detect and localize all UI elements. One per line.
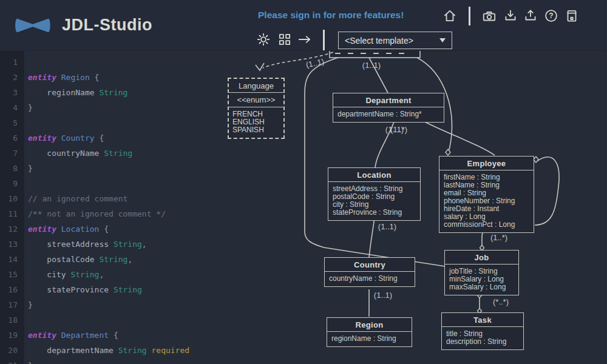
entity-department: DepartmentdepartmentName : String*: [333, 93, 444, 123]
template-select-value: <Select template>: [345, 36, 439, 46]
code-text: }: [28, 361, 33, 364]
cardinality-label: (1..1): [374, 291, 392, 300]
arrow-right-icon[interactable]: [297, 32, 313, 47]
clipboard-icon[interactable]: [564, 8, 580, 24]
editor-line[interactable]: 5: [0, 115, 226, 130]
editor-line[interactable]: 2entity Region {: [0, 70, 226, 85]
code-text: departmentName String required: [28, 346, 189, 355]
home-icon[interactable]: [442, 8, 458, 24]
entity-fields: firstName : StringlastName : Stringemail…: [439, 170, 534, 232]
code-text: }: [28, 103, 33, 112]
diamond-icon: [446, 149, 450, 155]
entity-title: Country: [325, 258, 415, 272]
line-number: 4: [0, 103, 24, 112]
enum-value: SPANISH: [232, 126, 280, 134]
line-number: 16: [0, 285, 24, 294]
line-number: 14: [0, 255, 24, 264]
editor-line[interactable]: 7 countryName String: [0, 146, 226, 161]
editor-line[interactable]: 6entity Country {: [0, 130, 226, 146]
line-number: 3: [0, 88, 24, 97]
line-number: 12: [0, 224, 24, 234]
grid-icon[interactable]: [277, 32, 293, 47]
enum-stereotype: <<enum>>: [229, 93, 283, 107]
dropdown-arrow-icon: [439, 38, 446, 42]
code-text: entity Location {: [28, 224, 109, 234]
editor-line[interactable]: 1: [0, 55, 226, 70]
entity-fields: streetAddress : StringpostalCode : Strin…: [328, 182, 420, 220]
code-text: }: [28, 164, 33, 173]
code-text: /** not an ignored comment */: [28, 209, 166, 218]
entity-employee: EmployeefirstName : StringlastName : Str…: [439, 156, 534, 233]
edge-department-employee: [425, 122, 495, 155]
camera-icon[interactable]: [481, 8, 497, 24]
cardinality-label: (1..1): [378, 222, 396, 231]
editor-line[interactable]: 20 departmentName String required: [0, 343, 226, 358]
editor-line[interactable]: 12entity Location {: [0, 221, 226, 237]
jdl-studio-logo[interactable]: [12, 13, 53, 38]
entity-title: Job: [445, 251, 518, 265]
svg-text:?: ?: [549, 12, 553, 20]
code-text: regionName String: [28, 88, 127, 97]
line-number: 21: [0, 361, 24, 364]
line-number: 7: [0, 149, 24, 158]
line-number: 11: [0, 209, 24, 218]
line-number: 9: [0, 179, 24, 188]
editor-line[interactable]: 17}: [0, 297, 226, 312]
code-text: countryName String: [28, 149, 132, 158]
editor-line[interactable]: 11/** not an ignored comment */: [0, 206, 226, 221]
cardinality-label: (1..*): [490, 233, 507, 242]
entity-title: Employee: [439, 157, 534, 170]
help-icon[interactable]: ?: [543, 8, 559, 24]
code-text: entity Department {: [28, 331, 118, 340]
entity-title: Location: [328, 168, 420, 182]
line-number: 8: [0, 164, 24, 173]
line-number: 19: [0, 331, 24, 340]
diamond-icon: [534, 157, 538, 163]
editor-line[interactable]: 9: [0, 176, 226, 191]
entity-language-enum: Language <<enum>> FRENCH ENGLISH SPANISH: [228, 78, 285, 139]
editor-line[interactable]: 21}: [0, 358, 226, 364]
entity-fields: jobTitle : StringminSalary : LongmaxSala…: [445, 265, 518, 295]
edge-employee-self: [535, 157, 559, 225]
line-number: 13: [0, 240, 24, 249]
edge-location-country: [369, 218, 375, 257]
entity-title: Task: [442, 313, 523, 327]
editor-line[interactable]: 4}: [0, 100, 226, 115]
editor-line[interactable]: 3 regionName String: [0, 85, 226, 100]
entity-fields: departmentName : String*: [333, 107, 444, 122]
line-number: 17: [0, 300, 24, 309]
cardinality-label: (1..1): [362, 61, 381, 70]
line-number: 20: [0, 346, 24, 355]
signin-link[interactable]: Please sign in for more features!: [258, 10, 404, 21]
editor-line[interactable]: 14 postalCode String,: [0, 252, 226, 267]
header-separator: [469, 7, 470, 25]
app-header: JDL-Studio Please sign in for more featu…: [0, 0, 607, 51]
toolbar-separator: [323, 30, 325, 50]
entity-country: CountrycountryName : String: [324, 257, 415, 287]
editor-line[interactable]: 8}: [0, 161, 226, 176]
entity-job: JobjobTitle : StringminSalary : LongmaxS…: [444, 250, 519, 295]
entity-title: Region: [327, 318, 412, 332]
cardinality-label: (*..*): [493, 297, 509, 306]
code-text: postalCode String,: [28, 255, 132, 264]
download-icon[interactable]: [503, 8, 518, 24]
editor-line[interactable]: 15 city String,: [0, 267, 226, 282]
editor-line[interactable]: 16 stateProvince String: [0, 282, 226, 297]
code-text: city String,: [28, 270, 104, 279]
brightness-icon[interactable]: [256, 32, 271, 47]
entity-fields: title : Stringdescription : String: [442, 327, 523, 349]
code-text: entity Country {: [28, 133, 104, 143]
arrowhead-icon: [256, 63, 264, 70]
line-number: 18: [0, 315, 24, 325]
line-number: 1: [0, 58, 24, 67]
editor-line[interactable]: 19entity Department {: [0, 328, 226, 343]
cardinality-label: (1..*): [390, 125, 407, 134]
code-editor[interactable]: 12entity Region {3 regionName String4}56…: [0, 51, 226, 364]
upload-icon[interactable]: [523, 8, 538, 24]
template-select[interactable]: <Select template>: [338, 32, 452, 49]
code-text: // an ignored comment: [28, 194, 127, 203]
editor-line[interactable]: 18: [0, 312, 226, 328]
editor-line[interactable]: 13 streetAddress String,: [0, 237, 226, 252]
code-text: stateProvince String: [28, 285, 142, 294]
editor-line[interactable]: 10// an ignored comment: [0, 191, 226, 206]
